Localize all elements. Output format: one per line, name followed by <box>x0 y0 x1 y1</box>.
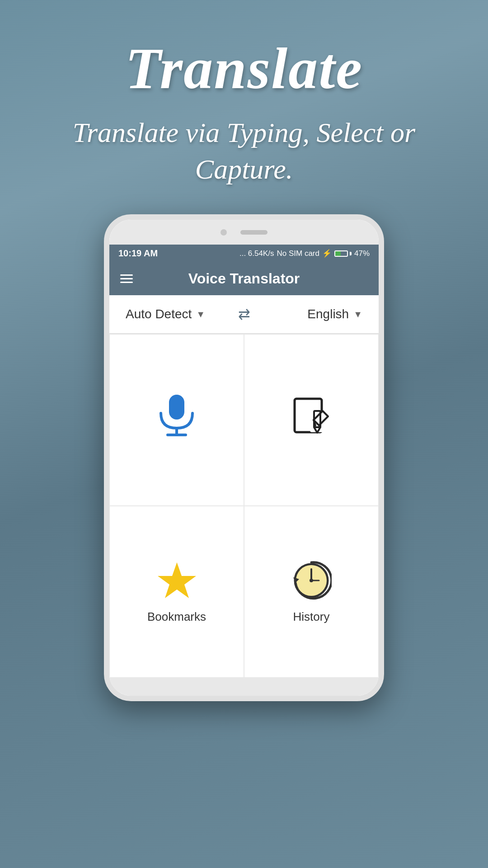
svg-rect-0 <box>169 395 184 420</box>
source-language-name: Auto Detect <box>126 307 192 321</box>
hero-section: Translate Translate via Typing, Select o… <box>0 0 488 205</box>
phone-mockup: 10:19 AM ... 6.54K/s No SIM card ⚡ 47% <box>0 214 488 701</box>
app-title: Voice Translator <box>142 270 346 287</box>
hamburger-line-1 <box>120 274 133 276</box>
swap-languages-button[interactable]: ⇄ <box>234 306 255 323</box>
edit-icon-container <box>291 395 332 438</box>
svg-point-14 <box>310 579 313 582</box>
svg-marker-9 <box>158 562 196 598</box>
battery-percent: 47% <box>354 249 370 258</box>
battery-tip <box>350 252 352 255</box>
app-header: Voice Translator <box>109 262 379 295</box>
edit-icon <box>291 395 332 436</box>
status-time: 10:19 AM <box>118 248 158 259</box>
no-sim-text: No SIM card <box>277 249 319 258</box>
phone-bottom-bar <box>109 678 379 696</box>
target-language-name: English <box>307 307 349 321</box>
mic-icon-container <box>156 393 197 440</box>
star-icon <box>155 560 198 601</box>
battery-bolt: ⚡ <box>322 249 332 258</box>
text-translate-cell[interactable] <box>244 334 379 506</box>
hero-subtitle: Translate via Typing, Select or Capture. <box>0 114 488 187</box>
phone-notch <box>109 220 379 245</box>
phone-camera <box>221 229 227 236</box>
battery-inner <box>335 251 341 256</box>
target-language-selector[interactable]: English ▼ <box>255 303 370 325</box>
phone-speaker <box>240 230 267 235</box>
signal-info: ... 6.54K/s <box>239 249 274 258</box>
target-language-dropdown-icon: ▼ <box>353 309 362 320</box>
history-cell[interactable]: History <box>244 506 379 678</box>
microphone-icon <box>156 393 197 438</box>
hamburger-line-2 <box>120 278 133 279</box>
status-bar: 10:19 AM ... 6.54K/s No SIM card ⚡ 47% <box>109 245 379 262</box>
status-right: ... 6.54K/s No SIM card ⚡ 47% <box>239 249 370 258</box>
voice-translate-cell[interactable] <box>109 334 244 506</box>
hero-title: Translate <box>0 36 488 101</box>
bookmarks-cell[interactable]: Bookmarks <box>109 506 244 678</box>
bookmarks-label: Bookmarks <box>147 610 206 624</box>
phone-body: 10:19 AM ... 6.54K/s No SIM card ⚡ 47% <box>104 214 384 701</box>
source-language-selector[interactable]: Auto Detect ▼ <box>118 303 234 325</box>
battery-indicator <box>334 250 352 257</box>
history-clock-icon <box>291 560 332 601</box>
history-label: History <box>293 610 330 624</box>
battery-outer <box>334 250 348 257</box>
language-bar: Auto Detect ▼ ⇄ English ▼ <box>109 295 379 334</box>
star-icon-container <box>155 560 198 603</box>
source-language-dropdown-icon: ▼ <box>196 309 205 320</box>
main-grid: Bookmarks <box>109 334 379 678</box>
menu-button[interactable] <box>120 274 133 283</box>
clock-icon-container <box>291 560 332 603</box>
hamburger-line-3 <box>120 282 133 283</box>
